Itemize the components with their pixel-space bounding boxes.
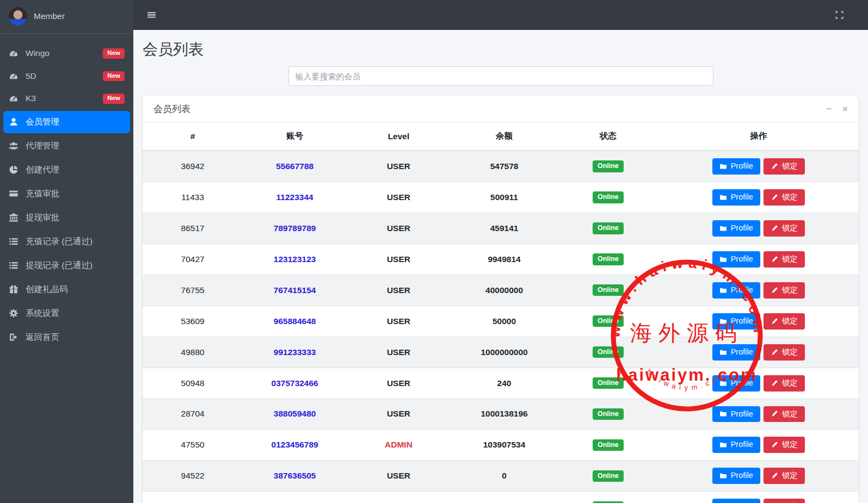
level-label: USER [387, 192, 410, 202]
gear-icon [9, 308, 19, 318]
status-badge: Online [593, 222, 624, 234]
profile-button[interactable]: Profile [712, 220, 760, 237]
profile-button[interactable]: Profile [712, 282, 760, 299]
account-link[interactable]: 123123123 [274, 254, 316, 264]
column-header: 操作 [658, 122, 859, 151]
sidebar-item-withdraw-records[interactable]: 提现记录 (已通过) [3, 254, 130, 277]
lock-button[interactable]: 锁定 [764, 375, 805, 392]
cell-actions: Profile锁定 [658, 461, 859, 492]
card-title: 会员列表 [153, 103, 190, 115]
sidebar-item-withdraw-approval[interactable]: 提现审批 [3, 207, 130, 229]
lock-button[interactable]: 锁定 [764, 282, 805, 299]
account-link[interactable]: 991233333 [274, 347, 316, 357]
lock-button-label: 锁定 [782, 317, 798, 326]
lock-button[interactable]: 锁定 [764, 158, 805, 175]
cell-balance: 0 [451, 461, 558, 492]
minimize-icon[interactable]: − [826, 104, 832, 114]
lock-button[interactable]: 锁定 [764, 220, 805, 237]
lock-button[interactable]: 锁定 [764, 189, 805, 206]
cell-balance: 9949814 [451, 244, 558, 275]
profile-button[interactable]: Profile [712, 189, 760, 206]
cell-level: USER [347, 275, 451, 306]
credit-card-icon [9, 189, 19, 198]
sidebar-item-create-giftcode[interactable]: 创建礼品码 [3, 278, 130, 301]
fullscreen-icon[interactable] [835, 10, 844, 20]
lock-button[interactable]: 锁定 [764, 313, 805, 330]
profile-button[interactable]: Profile [712, 499, 760, 503]
level-label: USER [387, 347, 410, 357]
tachometer-icon [9, 48, 19, 58]
table-row: 86517789789789USER459141OnlineProfile锁定 [143, 213, 859, 244]
cell-level: USER [347, 461, 451, 492]
lock-button-label: 锁定 [782, 224, 798, 233]
level-label: ADMIN [385, 440, 413, 449]
close-icon[interactable]: × [842, 104, 848, 114]
list-icon [9, 260, 19, 270]
sidebar-item-system-settings[interactable]: 系统设置 [3, 302, 130, 325]
sidebar-item-back-home[interactable]: 返回首页 [3, 326, 130, 349]
table-header-row: #账号Level余额状态操作 [143, 122, 859, 151]
profile-button[interactable]: Profile [712, 437, 760, 453]
pencil-icon [771, 318, 778, 325]
cell-account: 387636505 [243, 461, 347, 492]
lock-button[interactable]: 锁定 [764, 437, 805, 453]
search-input[interactable] [288, 66, 713, 86]
sidebar-item-create-agent[interactable]: 创建代理 [3, 159, 130, 181]
lock-button-label: 锁定 [782, 286, 798, 295]
account-link[interactable]: 0123456789 [272, 440, 318, 449]
pencil-icon [771, 194, 778, 201]
account-link[interactable]: 767415154 [274, 285, 316, 295]
sidebar-item-wingo[interactable]: WingoNew [3, 43, 130, 64]
cell-id: 36942 [143, 151, 243, 182]
column-header: Level [347, 122, 451, 151]
sidebar-item-label: 提现记录 (已通过) [26, 260, 93, 271]
account-link[interactable]: 11223344 [276, 192, 313, 202]
cell-account: 991233333 [243, 337, 347, 368]
profile-button[interactable]: Profile [712, 468, 760, 484]
cell-status: Online [558, 151, 658, 182]
table-row: 70427123123123USER9949814OnlineProfile锁定 [143, 244, 859, 275]
tachometer-icon [9, 94, 19, 103]
lock-button[interactable]: 锁定 [764, 406, 805, 423]
lock-button[interactable]: 锁定 [764, 468, 805, 484]
hamburger-icon[interactable] [147, 10, 156, 20]
sidebar-item-k3[interactable]: K3New [3, 88, 130, 109]
cell-status: Online [558, 430, 658, 461]
profile-button[interactable]: Profile [712, 313, 760, 330]
account-link[interactable]: 789789789 [274, 223, 316, 233]
pencil-icon [771, 287, 778, 294]
avatar[interactable] [9, 7, 27, 26]
cell-status: Online [558, 368, 658, 399]
folder-icon [719, 194, 727, 201]
lock-button[interactable]: 锁定 [764, 251, 805, 268]
profile-button[interactable]: Profile [712, 251, 760, 268]
sidebar-item-agent-manage[interactable]: 代理管理 [3, 135, 130, 157]
account-link[interactable]: 387636505 [274, 471, 316, 480]
folder-icon [719, 472, 727, 480]
status-badge: Online [593, 346, 624, 358]
topbar [133, 0, 868, 30]
folder-icon [719, 318, 727, 325]
sidebar-item-recharge-approval[interactable]: 充值审批 [3, 183, 130, 205]
cell-balance: 547578 [451, 151, 558, 182]
level-label: USER [387, 285, 410, 295]
table-row: 509480375732466USER240OnlineProfile锁定 [143, 368, 859, 399]
profile-button[interactable]: Profile [712, 406, 760, 423]
profile-button[interactable]: Profile [712, 344, 760, 361]
account-link[interactable]: 965884648 [274, 316, 316, 326]
account-link[interactable]: 55667788 [276, 162, 313, 171]
sidebar-item-member-manage[interactable]: 会员管理 [3, 111, 130, 133]
status-badge: Online [593, 315, 624, 327]
profile-button[interactable]: Profile [712, 158, 760, 175]
lock-button[interactable]: 锁定 [764, 499, 805, 503]
cell-level: ADMIN [347, 430, 451, 461]
lock-button[interactable]: 锁定 [764, 344, 805, 361]
tachometer-icon [9, 71, 19, 81]
column-header: 账号 [243, 122, 347, 151]
profile-button[interactable]: Profile [712, 375, 760, 392]
sidebar-item-recharge-records[interactable]: 充值记录 (已通过) [3, 231, 130, 253]
account-link[interactable]: 388059480 [274, 409, 316, 418]
main-area: 会员列表 会员列表 − × #账号Level余额状态操作 36942556677… [133, 0, 868, 503]
sidebar-item-5d[interactable]: 5DNew [3, 66, 130, 87]
account-link[interactable]: 0375732466 [272, 378, 318, 388]
